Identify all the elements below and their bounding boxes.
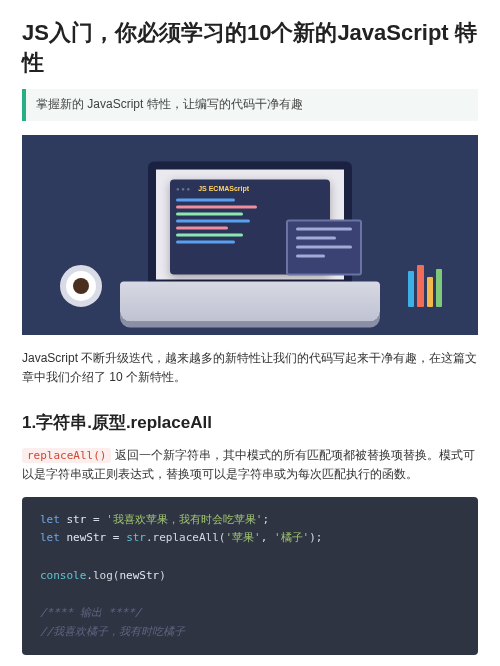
intro-paragraph: JavaScript 不断升级迭代，越来越多的新特性让我们的代码写起来干净有趣，… (22, 349, 478, 387)
method-name-code: replaceAll() (22, 448, 111, 463)
section-1-heading: 1.字符串.原型.replaceAll (22, 409, 478, 436)
code-window-title: JS ECMAScript (198, 185, 249, 192)
callout-bar: 掌握新的 JavaScript 特性，让编写的代码干净有趣 (22, 89, 478, 120)
page-title: JS入门，你必须学习的10个新的JavaScript 特性 (22, 18, 478, 77)
coffee-cup-icon (60, 265, 102, 307)
popup-icon (286, 219, 362, 275)
hero-illustration: JS ECMAScript (22, 135, 478, 335)
laptop-icon: JS ECMAScript (120, 161, 380, 321)
section-1-description: replaceAll() 返回一个新字符串，其中模式的所有匹配项都被替换项替换。… (22, 446, 478, 484)
code-example: let str = '我喜欢苹果，我有时会吃苹果'; let newStr = … (22, 497, 478, 656)
books-icon (408, 263, 442, 307)
